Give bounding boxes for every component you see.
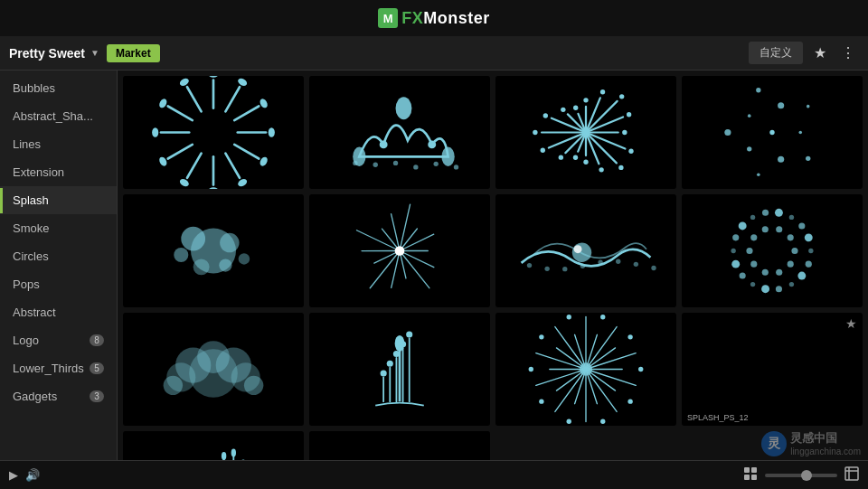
- size-slider[interactable]: [765, 474, 837, 477]
- sidebar-item-label: Abstract_Sha...: [13, 109, 93, 123]
- thumbnail-item[interactable]: [309, 313, 490, 426]
- header: M FXMonster: [0, 0, 868, 36]
- sidebar-badge: 8: [90, 334, 104, 346]
- slider-thumb[interactable]: [801, 470, 812, 481]
- thumbnail-item[interactable]: [123, 194, 304, 307]
- svg-rect-235: [744, 467, 750, 473]
- thumbnail-item[interactable]: [495, 194, 676, 307]
- sidebar-item-splash[interactable]: Splash: [0, 186, 117, 214]
- thumbnail-item[interactable]: [682, 76, 863, 189]
- svg-rect-237: [744, 475, 750, 480]
- thumbnail-item[interactable]: [123, 76, 304, 189]
- sidebar-item-label: Splash: [13, 193, 49, 207]
- sidebar-item-label: Gadgets: [13, 390, 57, 403]
- thumbnail-item[interactable]: [682, 194, 863, 307]
- svg-rect-238: [751, 475, 757, 480]
- sidebar-item-label: Abstract: [13, 306, 56, 319]
- sidebar-item-label: Logo: [13, 334, 39, 347]
- thumbnail-item[interactable]: ★SPLASH_PS_12: [682, 313, 863, 426]
- custom-button[interactable]: 自定义: [749, 42, 803, 64]
- toolbar: Pretty Sweet ▼ Market 自定义 ★ ⋮: [0, 36, 868, 71]
- sidebar-item-abstractsha[interactable]: Abstract_Sha...: [0, 102, 117, 130]
- favorite-star-icon[interactable]: ★: [845, 316, 857, 331]
- sidebar-badge: 3: [90, 390, 104, 402]
- sidebar-item-circles[interactable]: Circles: [0, 242, 117, 270]
- chevron-down-icon: ▼: [90, 48, 99, 58]
- thumbnail-item[interactable]: [495, 313, 676, 426]
- logo-m-icon: M: [378, 8, 398, 28]
- thumbnail-item[interactable]: [309, 431, 490, 460]
- thumbnail-item[interactable]: [123, 313, 304, 426]
- svg-rect-236: [751, 467, 757, 473]
- app-logo: M FXMonster: [378, 8, 490, 28]
- market-badge[interactable]: Market: [107, 44, 160, 62]
- logo-text: FXMonster: [401, 9, 490, 28]
- sidebar-item-pops[interactable]: Pops: [0, 270, 117, 298]
- brand-label: Pretty Sweet: [9, 46, 85, 61]
- sidebar-item-abstract[interactable]: Abstract: [0, 298, 117, 326]
- sidebar-item-lines[interactable]: Lines: [0, 130, 117, 158]
- thumbnail-item[interactable]: [309, 76, 490, 189]
- main-content: BubblesAbstract_Sha...LinesExtensionSpla…: [0, 71, 868, 460]
- sidebar-item-logo[interactable]: Logo8: [0, 326, 117, 354]
- volume-button[interactable]: 🔊: [25, 468, 40, 482]
- thumbnail-item[interactable]: [495, 76, 676, 189]
- sidebar-item-gadgets[interactable]: Gadgets3: [0, 382, 117, 410]
- thumbnail-label: SPLASH_PS_12: [687, 413, 749, 422]
- sidebar-item-bubbles[interactable]: Bubbles: [0, 74, 117, 102]
- thumbnail-grid: ★SPLASH_PS_12: [123, 76, 863, 460]
- sidebar-item-label: Smoke: [13, 221, 49, 235]
- expand-view-button[interactable]: [844, 466, 859, 484]
- sidebar-item-label: Extension: [13, 165, 64, 179]
- favorite-button[interactable]: ★: [810, 42, 830, 63]
- toolbar-right: 自定义 ★ ⋮: [749, 42, 859, 64]
- svg-rect-239: [845, 467, 858, 480]
- sidebar-badge: 5: [90, 362, 104, 374]
- sidebar-item-label: Circles: [13, 249, 49, 263]
- sidebar-item-label: Lower_Thirds: [13, 362, 84, 375]
- view-controls: [743, 466, 859, 484]
- play-button[interactable]: ▶: [9, 468, 18, 482]
- sidebar: BubblesAbstract_Sha...LinesExtensionSpla…: [0, 71, 118, 460]
- sidebar-item-label: Pops: [13, 277, 40, 291]
- more-button[interactable]: ⋮: [837, 42, 859, 63]
- thumbnail-item[interactable]: [309, 194, 490, 307]
- brand-dropdown[interactable]: Pretty Sweet ▼: [9, 46, 99, 61]
- sidebar-item-extension[interactable]: Extension: [0, 158, 117, 186]
- sidebar-item-smoke[interactable]: Smoke: [0, 214, 117, 242]
- content-area: ★SPLASH_PS_12: [118, 71, 868, 460]
- thumbnail-item[interactable]: [123, 431, 304, 460]
- bottom-bar: ▶ 🔊: [0, 460, 868, 489]
- sidebar-item-lowerthirds[interactable]: Lower_Thirds5: [0, 354, 117, 382]
- sidebar-item-label: Bubbles: [13, 81, 55, 95]
- sidebar-item-label: Lines: [13, 137, 41, 151]
- grid-view-button[interactable]: [743, 466, 758, 484]
